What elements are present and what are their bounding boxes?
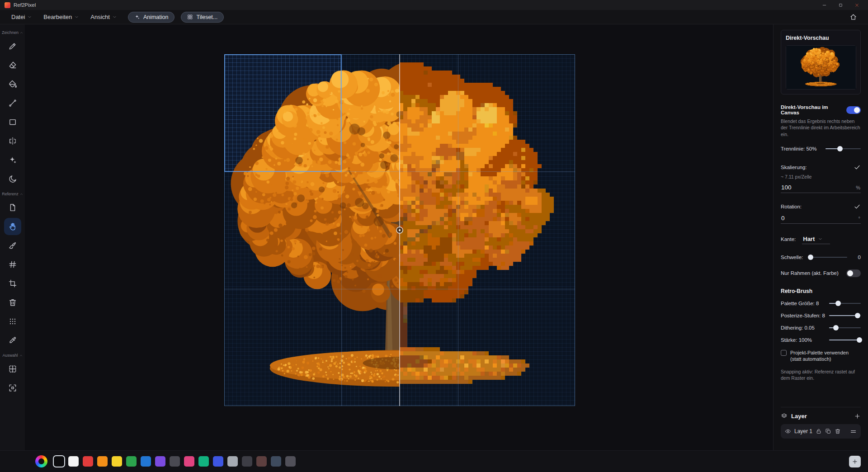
trennlinie-slider[interactable] xyxy=(826,146,861,152)
live-preview-description: Blendet das Ergebnis rechts neben der Tr… xyxy=(781,118,861,137)
canvas-workspace[interactable] xyxy=(224,54,575,406)
pen-tool[interactable] xyxy=(4,38,21,55)
palette-swatch-4[interactable] xyxy=(112,456,122,467)
add-layer-button[interactable] xyxy=(854,413,861,420)
menu-bearbeiten[interactable]: Bearbeiten xyxy=(38,11,84,23)
line-icon xyxy=(8,99,17,108)
eyedropper-tool[interactable] xyxy=(4,332,21,349)
px-per-cell: ~ 7.11 px/Zelle xyxy=(781,174,861,180)
rotation-label: Rotation: xyxy=(781,204,802,209)
dither-tool[interactable] xyxy=(4,313,21,330)
select-area-tool[interactable] xyxy=(4,379,21,396)
selectframe-icon xyxy=(8,383,17,392)
rotation-apply-button[interactable] xyxy=(854,203,861,210)
layer-row[interactable]: Layer 1 xyxy=(781,424,861,439)
kante-select[interactable]: Hart xyxy=(802,235,830,244)
palette-swatch-16[interactable] xyxy=(285,456,296,467)
eye-icon[interactable] xyxy=(785,428,791,434)
palette-swatch-11[interactable] xyxy=(213,456,223,467)
palette-groesse-slider[interactable] xyxy=(829,300,861,307)
toolbar-section-referenz[interactable]: Referenz xyxy=(2,192,23,196)
eraser-tool[interactable] xyxy=(4,57,21,74)
magic-tool[interactable] xyxy=(4,151,21,169)
crop-icon xyxy=(8,279,17,288)
menu-datei[interactable]: Datei xyxy=(6,11,37,23)
bucket-icon xyxy=(8,80,17,89)
palette-swatch-5[interactable] xyxy=(126,456,137,467)
palette-swatch-8[interactable] xyxy=(170,456,180,467)
project-palette-checkbox[interactable] xyxy=(781,350,787,356)
home-button[interactable] xyxy=(846,11,860,23)
tiles-icon xyxy=(187,14,193,20)
trash-icon[interactable] xyxy=(835,428,841,434)
chevron-down-icon xyxy=(818,237,822,241)
eraser-icon xyxy=(8,61,17,70)
menu-ansicht[interactable]: Ansicht xyxy=(85,11,122,23)
palette-swatch-9[interactable] xyxy=(184,456,194,467)
color-swatches xyxy=(54,456,296,467)
toolbar-section-auswahl[interactable]: Auswahl xyxy=(2,353,22,358)
maximize-button[interactable] xyxy=(834,0,847,9)
grid-tool[interactable] xyxy=(4,256,21,273)
rect-icon xyxy=(8,118,17,127)
palette-swatch-2[interactable] xyxy=(83,456,93,467)
rotation-input[interactable]: 0 ° xyxy=(781,214,861,224)
hand-tool[interactable] xyxy=(4,218,21,235)
chevron-up-icon xyxy=(20,31,23,34)
line-tool[interactable] xyxy=(4,94,21,112)
color-wheel-button[interactable] xyxy=(35,455,47,467)
palette-swatch-0[interactable] xyxy=(54,456,64,467)
project-palette-label: Projekt-Palette verwenden (statt automat… xyxy=(790,349,861,363)
brush-icon xyxy=(8,241,17,250)
plus-icon xyxy=(852,458,858,465)
toolbar-section-zeichnen[interactable]: Zeichnen xyxy=(2,30,23,35)
live-preview-toggle[interactable] xyxy=(846,106,861,114)
brush-tool[interactable] xyxy=(4,237,21,254)
preview-card: Direkt-Vorschau xyxy=(781,30,861,94)
select-grid-tool[interactable] xyxy=(4,360,21,378)
delete-tool[interactable] xyxy=(4,294,21,311)
palette-swatch-12[interactable] xyxy=(227,456,238,467)
reference-file-tool[interactable] xyxy=(4,199,21,216)
skalierung-input[interactable]: 100 % xyxy=(781,183,861,193)
shade-tool[interactable] xyxy=(4,170,21,188)
palette-swatch-7[interactable] xyxy=(155,456,165,467)
project-palette-checkbox-row[interactable]: Projekt-Palette verwenden (statt automat… xyxy=(781,349,861,363)
palette-swatch-14[interactable] xyxy=(256,456,267,467)
preview-thumbnail xyxy=(786,45,856,90)
animation-button[interactable]: Animation xyxy=(128,12,175,23)
staerke-label: Stärke: 100% xyxy=(781,337,812,343)
skalierung-apply-button[interactable] xyxy=(854,164,861,171)
posterize-stufen-label: Posterize-Stufen: 8 xyxy=(781,313,825,318)
moon-icon xyxy=(8,175,17,184)
add-color-button[interactable] xyxy=(849,456,861,467)
palette-swatch-3[interactable] xyxy=(97,456,108,467)
titlebar: Ref2Pixel xyxy=(0,0,868,10)
mirror-icon xyxy=(8,137,17,146)
palette-swatch-15[interactable] xyxy=(271,456,281,467)
palette-swatch-6[interactable] xyxy=(141,456,151,467)
palette-swatch-13[interactable] xyxy=(242,456,252,467)
palette-swatch-1[interactable] xyxy=(68,456,79,467)
staerke-slider[interactable] xyxy=(829,337,861,343)
duplicate-icon[interactable] xyxy=(825,428,831,434)
palette-groesse-label: Palette Größe: 8 xyxy=(781,301,819,306)
posterize-stufen-slider[interactable] xyxy=(829,312,861,319)
mirror-tool[interactable] xyxy=(4,132,21,150)
fill-tool[interactable] xyxy=(4,76,21,93)
chevron-down-icon xyxy=(28,15,32,19)
lock-icon[interactable] xyxy=(816,428,822,434)
drag-handle-icon[interactable] xyxy=(850,428,857,435)
tileset-button[interactable]: Tileset... xyxy=(181,12,224,23)
palette-swatch-10[interactable] xyxy=(198,456,209,467)
tool-sidebar: ZeichnenReferenzAuswahl xyxy=(0,24,25,450)
retro-brush-title: Retro-Brush xyxy=(781,288,861,294)
schwelle-slider[interactable] xyxy=(808,254,847,260)
dithering-slider[interactable] xyxy=(829,325,861,331)
crop-tool[interactable] xyxy=(4,275,21,292)
layer-name[interactable]: Layer 1 xyxy=(794,428,812,434)
nur-rahmen-toggle[interactable] xyxy=(846,269,861,277)
close-button[interactable] xyxy=(850,0,863,9)
rectangle-tool[interactable] xyxy=(4,113,21,131)
minimize-button[interactable] xyxy=(817,0,831,9)
